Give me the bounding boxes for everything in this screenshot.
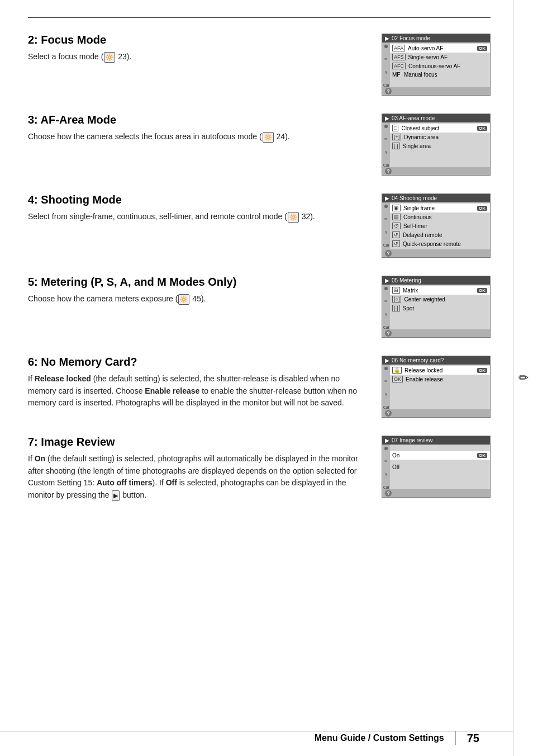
single-icon: [·] bbox=[392, 143, 400, 149]
metering-left-indicators: ✏ Y Cal bbox=[382, 285, 390, 329]
af-area-menu-body: ✏ Y Cal □ Closest subject OK [+] Dynamic… bbox=[382, 122, 490, 167]
no-memory-menu-title: 06 No memory card? bbox=[392, 357, 444, 363]
self-timer-label: ⏱ Self-timer bbox=[392, 223, 427, 229]
menu-item-single-frame[interactable]: ▣ Single frame OK bbox=[390, 204, 490, 212]
section-image-review: 7: Image Review If On (the default setti… bbox=[28, 436, 491, 502]
section-shooting-text: 4: Shooting Mode Select from single-fram… bbox=[28, 193, 382, 223]
no-memory-indicator: ▶ bbox=[385, 357, 389, 363]
no-memory-menu-bottom: ? bbox=[382, 409, 490, 417]
menu-item-self-timer[interactable]: ⏱ Self-timer bbox=[390, 221, 490, 230]
menu-item-delayed-remote[interactable]: ↺ Delayed remote bbox=[390, 230, 490, 239]
image-review-left-indicators: ✏ Y Cal bbox=[382, 445, 390, 489]
af-area-help-icon: ? bbox=[385, 168, 392, 174]
no-memory-menu-body: ✏ Y Cal 🔒 Release locked OK OK Enable re… bbox=[382, 365, 490, 409]
metering-menu-items: ⊞ Matrix OK [○] Center-weighted [·] Spot bbox=[390, 285, 490, 329]
no-memory-title: 6: No Memory Card? bbox=[28, 356, 365, 368]
section-af-area-mode: 3: AF-Area Mode Choose how the camera se… bbox=[28, 114, 491, 176]
no-memory-cam-menu: ▶ 06 No memory card? ✏ Y Cal 🔒 Release bbox=[382, 356, 491, 418]
auto-off-timers-bold: Auto off timers bbox=[97, 478, 153, 487]
afa-label: AFA Auto-servo AF bbox=[392, 45, 443, 51]
shooting-mode-menu-items: ▣ Single frame OK ▤ Continuous ⏱ Self-ti… bbox=[390, 202, 490, 249]
focus-mode-menu-bottom: ? bbox=[382, 87, 490, 95]
menu-item-quick-remote[interactable]: ↺ Quick-response remote bbox=[390, 239, 490, 248]
closest-label: □ Closest subject bbox=[392, 125, 439, 131]
focus-mode-menu-body: ✏ Y Cal AFA Auto-servo AF OK AFS Single-… bbox=[382, 42, 490, 87]
shooting-mode-menu: ▶ 04 Shooting mode ✏ Y Cal ▣ Single fra bbox=[382, 193, 491, 258]
focus-mode-title: 2: Focus Mode bbox=[28, 34, 365, 46]
section-shooting-mode: 4: Shooting Mode Select from single-fram… bbox=[28, 193, 491, 258]
center-weighted-label: [○] Center-weighted bbox=[392, 296, 445, 303]
release-locked-label: 🔒 Release locked bbox=[392, 367, 442, 374]
spot-icon: [·] bbox=[392, 305, 400, 311]
metering-menu-body: ✏ Y Cal ⊞ Matrix OK [○] Center-weighted bbox=[382, 285, 490, 329]
menu-item-matrix[interactable]: ⊞ Matrix OK bbox=[390, 286, 490, 295]
section-metering-text: 5: Metering (P, S, A, and M Modes Only) … bbox=[28, 276, 382, 305]
dynamic-label: [+] Dynamic area bbox=[392, 134, 439, 140]
on-bold: On bbox=[35, 454, 45, 463]
footer: Menu Guide / Custom Settings 75 bbox=[0, 731, 513, 745]
ind-label-cal: Cal bbox=[383, 83, 389, 87]
ind-label-y: Y bbox=[385, 70, 388, 74]
focus-mode-body: Select a focus mode (🔆 23). bbox=[28, 51, 365, 63]
image-review-body: If On (the default setting) is selected,… bbox=[28, 453, 365, 502]
shooting-mode-body: Select from single-frame, continuous, se… bbox=[28, 211, 365, 223]
nm-ind-y: Y bbox=[385, 393, 388, 396]
matrix-label: ⊞ Matrix bbox=[392, 287, 418, 294]
shooting-mode-menu-header: ▶ 04 Shooting mode bbox=[382, 194, 490, 202]
menu-item-afa[interactable]: AFA Auto-servo AF OK bbox=[390, 44, 490, 53]
image-review-menu-body: ✏ Y Cal On OK Off bbox=[382, 445, 490, 489]
menu-item-off[interactable]: Off bbox=[390, 463, 490, 471]
section-no-memory-text: 6: No Memory Card? If Release locked (th… bbox=[28, 356, 382, 409]
metering-body: Choose how the camera meters exposure (🔆… bbox=[28, 293, 365, 305]
delayed-remote-label: ↺ Delayed remote bbox=[392, 231, 442, 238]
nm-ind-dot bbox=[384, 367, 388, 370]
camera-ref-icon-4: 🔆 bbox=[178, 294, 189, 305]
menu-item-dynamic[interactable]: [+] Dynamic area bbox=[390, 133, 490, 141]
ir-ind-dot bbox=[384, 447, 388, 450]
right-sidebar-tab: ✏ bbox=[513, 0, 533, 756]
shooting-mode-menu-bottom: ? bbox=[382, 249, 490, 257]
menu-item-center-weighted[interactable]: [○] Center-weighted bbox=[390, 295, 490, 304]
metering-help-icon: ? bbox=[385, 330, 392, 337]
met-ind-pencil: ✏ bbox=[384, 299, 388, 304]
no-memory-menu: ▶ 06 No memory card? ✏ Y Cal 🔒 Release bbox=[382, 356, 491, 418]
menu-item-closest[interactable]: □ Closest subject OK bbox=[390, 124, 490, 133]
mf-spacer: MF bbox=[392, 72, 402, 78]
section-image-review-text: 7: Image Review If On (the default setti… bbox=[28, 436, 382, 502]
met-ind-y: Y bbox=[385, 313, 388, 316]
image-review-spacer bbox=[390, 446, 490, 451]
af-area-menu-title: 03 AF-area mode bbox=[392, 115, 435, 121]
image-review-menu-bottom: ? bbox=[382, 489, 490, 497]
menu-item-release-locked[interactable]: 🔒 Release locked OK bbox=[390, 366, 490, 375]
quick-remote-label: ↺ Quick-response remote bbox=[392, 240, 461, 247]
on-label: On bbox=[392, 452, 399, 459]
image-review-menu: ▶ 07 Image review ✏ Y Cal bbox=[382, 436, 491, 498]
image-review-indicator: ▶ bbox=[385, 437, 389, 443]
af-area-menu-bottom: ? bbox=[382, 167, 490, 175]
dynamic-icon: [+] bbox=[392, 134, 401, 140]
metering-menu-header: ▶ 05 Metering bbox=[382, 276, 490, 285]
menu-item-afs[interactable]: AFS Single-servo AF bbox=[390, 53, 490, 62]
nm-ind-cal: Cal bbox=[383, 405, 389, 409]
menu-item-on[interactable]: On OK bbox=[390, 451, 490, 460]
menu-item-single[interactable]: [·] Single area bbox=[390, 141, 490, 150]
section-focus-mode: 2: Focus Mode Select a focus mode (🔆 23)… bbox=[28, 34, 491, 96]
page: 2: Focus Mode Select a focus mode (🔆 23)… bbox=[0, 0, 533, 756]
shooting-mode-cam-menu: ▶ 04 Shooting mode ✏ Y Cal ▣ Single fra bbox=[382, 193, 491, 258]
ir-ind-pencil: ✏ bbox=[384, 459, 388, 464]
focus-mode-left-indicators: ✏ Y Cal bbox=[382, 42, 390, 87]
menu-item-continuous[interactable]: ▤ Continuous bbox=[390, 212, 490, 221]
ind-label-pencil: ✏ bbox=[384, 57, 388, 62]
matrix-icon: ⊞ bbox=[392, 287, 400, 294]
self-timer-icon: ⏱ bbox=[392, 223, 401, 229]
menu-item-mf[interactable]: MF Manual focus bbox=[390, 70, 490, 79]
menu-item-afc[interactable]: AFC Continuous-servo AF bbox=[390, 62, 490, 70]
afa-icon: AFA bbox=[392, 45, 405, 51]
menu-item-enable-release[interactable]: OK Enable release bbox=[390, 375, 490, 384]
menu-item-spot[interactable]: [·] Spot bbox=[390, 304, 490, 313]
shooting-mode-menu-title: 04 Shooting mode bbox=[392, 195, 437, 201]
sh-ind-y: Y bbox=[385, 230, 388, 234]
top-border bbox=[28, 17, 491, 18]
no-memory-help-icon: ? bbox=[385, 410, 392, 417]
sh-ind-pencil: ✏ bbox=[384, 217, 388, 221]
